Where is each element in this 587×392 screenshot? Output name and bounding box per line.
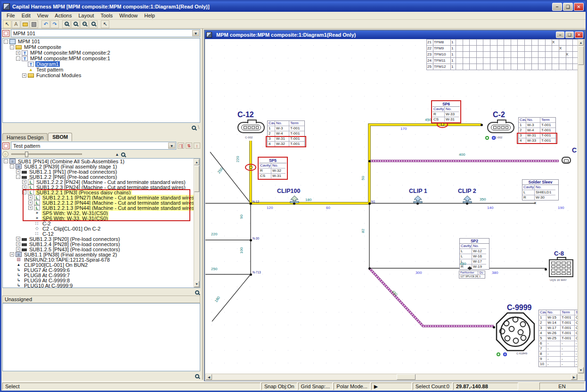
expander-icon[interactable]: -	[16, 56, 20, 61]
tfm-allocation-table[interactable]: 20TFM71 21TFM81 22TFM91 23TFM101	[426, 39, 579, 70]
zoom-in-button[interactable]: +	[62, 20, 71, 28]
undo-button[interactable]: ↶	[41, 20, 50, 28]
tree-row[interactable]: - SUB1.2 [PN39] (Final assembly stage 1)	[3, 164, 194, 169]
c9999-wire-table[interactable]: CavNo.TermSea 1W-15T-001CS-2W-14T-001CS-…	[538, 310, 579, 367]
project-combobox[interactable]: MPM 101 ▼	[11, 29, 200, 37]
menu-item[interactable]: Actions	[51, 12, 75, 19]
expander-icon[interactable]: -	[22, 190, 26, 194]
expander-icon[interactable]	[10, 273, 14, 277]
expander-icon[interactable]: +	[22, 180, 26, 184]
compare-icon[interactable]: □|	[178, 143, 184, 149]
menu-item[interactable]: Tools	[97, 12, 116, 19]
tree-row[interactable]: + SUB1.2.2.1.2 [PN44] (Machine - Cut and…	[3, 200, 194, 205]
connector-stub[interactable]	[562, 157, 571, 164]
tree-row[interactable]: + MPM composite:MPM composite:2	[3, 50, 200, 56]
expander-icon[interactable]: +	[22, 185, 26, 189]
connector-c9999[interactable]	[496, 312, 535, 352]
expander-icon[interactable]	[22, 68, 26, 72]
menu-item[interactable]: Window	[116, 12, 141, 19]
save-button[interactable]	[30, 20, 38, 28]
zoom-fit-button[interactable]: ↔	[89, 20, 98, 28]
expander-icon[interactable]: -	[16, 175, 20, 179]
connector-c8[interactable]	[549, 259, 573, 277]
tree-item-label[interactable]: Functional Modules	[35, 72, 82, 78]
expander-icon[interactable]	[10, 257, 14, 262]
polar-mode-toggle[interactable]: Polar Mode...	[334, 383, 370, 390]
expander-icon[interactable]	[10, 278, 14, 282]
connector-c12[interactable]	[237, 122, 265, 133]
pin-icon[interactable]: ▴	[116, 152, 118, 157]
scroll-right-arrow[interactable]: ▶	[571, 374, 577, 380]
expander-icon[interactable]: +	[16, 237, 20, 241]
tree-row[interactable]: PLUG9 At C-9999:8	[3, 278, 194, 283]
tree-row[interactable]: C2 - Clip[CL-001] On C-2	[3, 226, 194, 231]
expander-icon[interactable]: +	[16, 169, 20, 174]
tree-row[interactable]: CLIP100[CL-001] On BUN2	[3, 262, 194, 267]
tree-item-label[interactable]: MPM composite	[23, 44, 62, 50]
tree-item-label[interactable]: MPM composite:MPM composite:2	[29, 50, 111, 56]
expander-icon[interactable]	[28, 232, 33, 236]
expander-icon[interactable]: +	[28, 200, 33, 205]
sp5-table[interactable]: SP5 CavityNo. RW-32CSW-31	[258, 157, 288, 180]
tree-row[interactable]: INSRUN2:10:TAPE:12121-Spiral-678	[3, 257, 194, 262]
tree-item-label[interactable]: MPM composite:MPM composite:1	[29, 56, 111, 61]
open-folder-button[interactable]	[21, 20, 29, 28]
zoom-area-button[interactable]: ▭	[80, 20, 89, 28]
connector-label-c8[interactable]: C-8	[554, 250, 564, 257]
tree-item-label[interactable]: Test pattern	[35, 67, 64, 72]
expander-icon[interactable]	[28, 211, 33, 215]
sbom-scrollbar[interactable]: ▲ ▼	[194, 159, 200, 288]
menu-item[interactable]: Help	[141, 12, 158, 19]
scroll-up-arrow[interactable]: ▲	[578, 40, 584, 46]
tree-row[interactable]: C-2	[3, 221, 194, 226]
tree-row[interactable]: PLUG10 At C-9999:9	[3, 283, 194, 288]
tree-row[interactable]: PLUG7 At C-9999:6	[3, 267, 194, 272]
minimize-button[interactable]: –	[556, 32, 564, 38]
grid-snap-toggle[interactable]: Grid Snap:...	[298, 383, 333, 390]
diagram-title-bar[interactable]: MPM composite:MPM composite:1:Diagram1(R…	[205, 31, 585, 39]
expander-icon[interactable]	[10, 283, 14, 288]
tree-row[interactable]: + SUB1.2.2.1.3 [PN44] (Machine - Cut and…	[3, 205, 194, 210]
collapse-all-icon[interactable]: ↕	[194, 143, 200, 149]
c2-wire-table[interactable]: CavNo.Term 1W-3T-0012W-4T-0013W-31T-0014…	[518, 117, 556, 144]
scroll-left-arrow[interactable]: ◀	[206, 374, 212, 380]
expand-all-icon[interactable]: ⇅	[186, 143, 192, 149]
tree-row[interactable]: + SUB1.2.4 [PN28] (Pre-load connectors)	[3, 241, 194, 247]
tree-row[interactable]: - MPM 101	[3, 39, 200, 44]
play-indicator[interactable]: ▶	[371, 383, 412, 390]
expander-icon[interactable]	[28, 226, 33, 231]
minimize-button[interactable]: –	[552, 3, 562, 11]
tab[interactable]: Harness Design	[2, 133, 48, 141]
scroll-down-arrow[interactable]: ▼	[578, 367, 584, 373]
solder-sleeve-table[interactable]: Solder Sleev CavityNo. LSHIELD1RW-30	[522, 179, 559, 200]
tree-row[interactable]: - SUB1.2.2.1 [PN3] (Process daisy chains…	[3, 190, 194, 195]
menu-item[interactable]: File	[3, 12, 18, 19]
scrollbar-thumb[interactable]	[397, 374, 416, 380]
splice-sp5-marker[interactable]	[245, 164, 256, 171]
tree-row[interactable]: + SUB1.2.1 [PN1] (Pre-load connectors)	[3, 169, 194, 174]
find-icon[interactable]	[121, 152, 125, 157]
scroll-down-arrow[interactable]: ▼	[194, 281, 199, 287]
tree-item-label[interactable]: Diagram1	[35, 61, 60, 67]
expander-icon[interactable]	[10, 268, 14, 272]
project-tree[interactable]: - MPM 101 - MPM composite + MPM composit…	[2, 38, 200, 123]
select-mode-button[interactable]: ↖	[3, 20, 11, 28]
snap-toggle[interactable]: Snap Obj:On	[261, 383, 297, 390]
expander-icon[interactable]: +	[28, 206, 33, 210]
tree-row[interactable]: PLUG8 At C-9999:7	[3, 272, 194, 278]
expander-icon[interactable]: -	[10, 45, 14, 49]
expander-icon[interactable]: +	[16, 51, 20, 55]
tree-row[interactable]: - SUB1.2.2 [PN6] (Pre-load connectors)	[3, 174, 194, 179]
expander-icon[interactable]	[28, 216, 33, 220]
tree-row[interactable]: + SUB1.2.3 [PN20] (Pre-load connectors)	[3, 236, 194, 241]
expander-icon[interactable]: +	[28, 195, 33, 200]
tree-row[interactable]: + SUB1.1 [PN38] (Final assembly stage 2)	[3, 252, 194, 257]
annotate-button[interactable]: A	[12, 20, 20, 28]
zoom-out-button[interactable]: –	[71, 20, 80, 28]
tree-row[interactable]: - MPM composite:MPM composite:1	[3, 56, 200, 61]
close-button[interactable]: ✕	[574, 3, 584, 11]
sbom-combobox[interactable]: Test pattern ▼	[11, 142, 176, 150]
diagram-canvas[interactable]: 20TFM71 21TFM81 22TFM91 23TFM101	[205, 39, 579, 374]
slider-thumb[interactable]	[25, 152, 28, 157]
expander-icon[interactable]: +	[10, 252, 14, 256]
